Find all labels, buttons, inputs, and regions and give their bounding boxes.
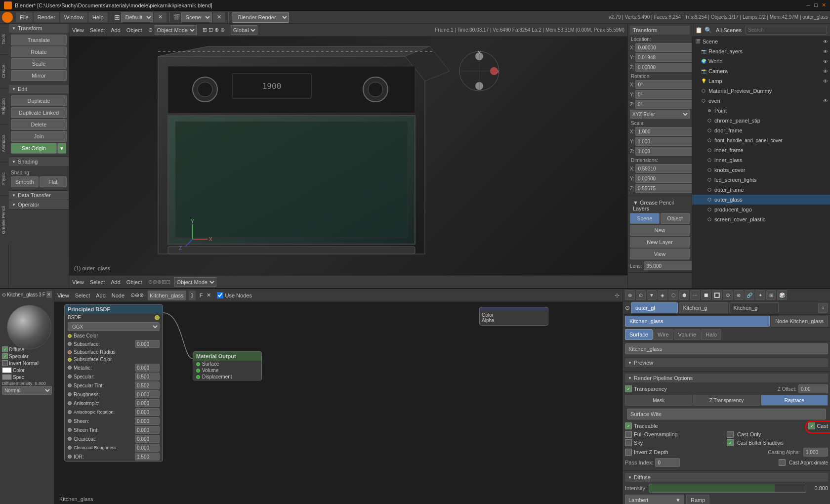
props-icon-6[interactable]: ⬢ xyxy=(679,290,689,300)
add-btn[interactable]: Add xyxy=(111,27,121,33)
props-icon-7[interactable]: ⋯ xyxy=(690,290,700,300)
color-swatch[interactable] xyxy=(2,367,12,373)
eye-icon-scene[interactable]: 👁 xyxy=(823,39,828,44)
add-mat-btn[interactable]: + xyxy=(818,303,828,313)
add-menu-bottom[interactable]: Add xyxy=(111,279,121,285)
outliner-item[interactable]: ⬡ front_handle_and_panel_cover xyxy=(692,135,830,145)
flat-btn[interactable]: Flat xyxy=(40,176,67,187)
z-offset-input[interactable] xyxy=(798,384,828,393)
outliner-item[interactable]: ⬡ led_screen_lights xyxy=(692,175,830,185)
set-origin-btn[interactable]: Set Origin xyxy=(11,143,57,154)
kitchen-glass-btn[interactable]: Kitchen_glass xyxy=(625,316,770,327)
outliner-item[interactable]: ⬡ chrome_panel_stip xyxy=(692,116,830,126)
material-output-node[interactable]: Material Output Surface Volume Displacem… xyxy=(193,351,262,380)
set-origin-arrow[interactable]: ▼ xyxy=(57,143,66,154)
outliner-item[interactable]: ⬡ Material_Preview_Dummy xyxy=(692,86,830,96)
view-btn-grease[interactable]: View xyxy=(630,249,690,259)
volume-tab[interactable]: Volume xyxy=(674,329,701,340)
cast-only-checkbox[interactable] xyxy=(727,431,734,438)
object-menu-bottom[interactable]: Object xyxy=(126,279,142,285)
side-tab-relations[interactable]: Relation xyxy=(0,88,9,125)
props-icon-3[interactable]: ▼ xyxy=(647,290,657,300)
duplicate-linked-btn[interactable]: Duplicate Linked xyxy=(11,107,67,118)
outliner-item[interactable]: ⬡ inner_frame xyxy=(692,145,830,155)
anisotropic-input[interactable] xyxy=(135,399,160,407)
node-editor[interactable]: View Select Add Node ⊙⊕⊗ Kitchen_glass 3… xyxy=(54,288,622,504)
eye-icon-rl[interactable]: 👁 xyxy=(823,49,828,54)
props-icon-10[interactable]: ⚙ xyxy=(723,290,733,300)
props-icon-4[interactable]: ◈ xyxy=(658,290,667,300)
maximize-btn[interactable]: □ xyxy=(814,2,818,8)
spec-swatch[interactable] xyxy=(2,374,12,380)
ior-input[interactable] xyxy=(135,453,160,461)
shading-header[interactable]: Shading xyxy=(9,157,69,166)
render-engine-select[interactable]: Blender Render xyxy=(232,12,289,23)
cast-buffer-shadows-checkbox[interactable] xyxy=(727,439,734,446)
select-btn[interactable]: Select xyxy=(90,27,105,33)
scale-btn[interactable]: Scale xyxy=(11,58,67,69)
object-mode-bottom[interactable]: Object Mode xyxy=(174,277,216,287)
euler-select[interactable]: XYZ Euler xyxy=(630,110,690,119)
rotate-btn[interactable]: Rotate xyxy=(11,46,67,57)
roughness-input[interactable] xyxy=(135,390,160,398)
specular-checkbox[interactable]: ✓ xyxy=(2,353,8,359)
workspace-select[interactable]: Default xyxy=(121,12,153,22)
outliner-search[interactable] xyxy=(746,26,827,35)
outliner-item[interactable]: ⊕ Point xyxy=(692,106,830,116)
close-btn[interactable]: ✕ xyxy=(822,2,826,8)
join-btn[interactable]: Join xyxy=(11,131,67,142)
sheen-input[interactable] xyxy=(135,417,160,425)
principled-bsdf-node[interactable]: Principled BSDF BSDF GGX Base Color xyxy=(64,304,163,462)
transparency-checkbox[interactable] xyxy=(625,385,632,392)
invert-z-checkbox[interactable] xyxy=(625,449,632,456)
outliner-item[interactable]: ⬡ screen_cover_plastic xyxy=(692,214,830,224)
object-btn[interactable]: Object xyxy=(661,213,690,224)
scene-close[interactable]: ✕ xyxy=(213,12,225,22)
scene-select[interactable]: Scene xyxy=(181,12,212,22)
outliner-item[interactable]: ⬡ oven 👁 xyxy=(692,96,830,106)
operator-header[interactable]: Operator xyxy=(9,200,69,209)
outliner-item[interactable]: 📷 RenderLayers 👁 xyxy=(692,46,830,56)
props-icon-5[interactable]: ⬡ xyxy=(668,290,678,300)
pass-index-input[interactable] xyxy=(655,458,680,467)
bsdf-dropdown[interactable]: GGX xyxy=(68,322,160,331)
props-icon-14[interactable]: ⊞ xyxy=(766,290,776,300)
props-icon-1[interactable]: ⊕ xyxy=(625,290,635,300)
side-tab-tools[interactable]: Tools xyxy=(0,24,9,54)
use-nodes-label[interactable]: Use Nodes xyxy=(217,292,251,298)
side-tab-physics[interactable]: Physic xyxy=(0,162,9,196)
subsurface-input[interactable] xyxy=(135,340,160,348)
edit-header[interactable]: Edit xyxy=(9,84,69,93)
data-transfer-header[interactable]: Data Transfer xyxy=(9,191,69,200)
normal-dropdown[interactable]: Normal xyxy=(2,386,52,395)
object-mode-select[interactable]: Object Mode xyxy=(155,25,197,35)
delete-btn[interactable]: Delete xyxy=(11,119,67,130)
view-menu-bottom[interactable]: View xyxy=(72,279,84,285)
close-node-btn[interactable]: ✕ xyxy=(207,292,211,298)
props-icon-13[interactable]: ✦ xyxy=(755,290,765,300)
file-menu[interactable]: File xyxy=(16,12,33,22)
surface-tab[interactable]: Surface xyxy=(625,329,653,340)
diffuse-header[interactable]: Diffuse xyxy=(625,473,828,482)
smooth-btn[interactable]: Smooth xyxy=(11,176,39,187)
eye-icon-oven[interactable]: 👁 xyxy=(823,98,828,104)
cast-checkbox[interactable] xyxy=(808,422,815,429)
aniso-rot-input[interactable] xyxy=(135,408,160,416)
outer-gl-tab[interactable]: outer_gl xyxy=(631,302,678,313)
sky-checkbox[interactable] xyxy=(625,439,632,446)
props-icon-15[interactable]: 🎲 xyxy=(777,290,787,300)
new-btn[interactable]: New xyxy=(630,225,690,236)
select-node[interactable]: Select xyxy=(75,293,90,298)
outliner-item[interactable]: ⬡ knobs_cover xyxy=(692,165,830,175)
casting-alpha-input[interactable] xyxy=(803,448,828,457)
outliner-item[interactable]: ⬡ door_frame xyxy=(692,126,830,135)
global-select[interactable]: Global xyxy=(231,25,257,35)
mirror-btn[interactable]: Mirror xyxy=(11,70,67,81)
z-trans-btn[interactable]: Z Transparency xyxy=(693,395,760,406)
outliner-item[interactable]: ⬡ producent_logo xyxy=(692,205,830,214)
eye-icon-camera[interactable]: 👁 xyxy=(823,69,828,74)
duplicate-btn[interactable]: Duplicate xyxy=(11,95,67,106)
color-node[interactable]: Color Alpha xyxy=(479,307,548,326)
render-menu[interactable]: Render xyxy=(34,12,59,22)
object-btn[interactable]: Object xyxy=(126,27,142,33)
